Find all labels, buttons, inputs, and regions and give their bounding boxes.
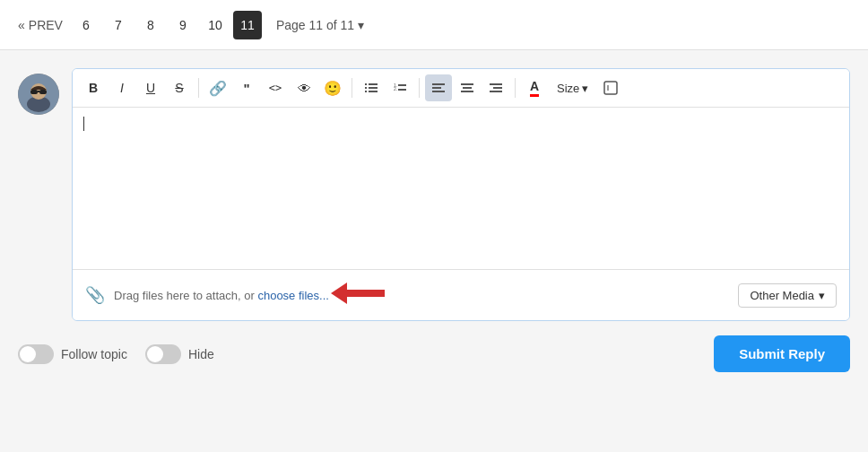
- prev-label: PREV: [29, 18, 63, 32]
- page-11[interactable]: 11: [233, 11, 262, 39]
- svg-rect-15: [398, 89, 406, 91]
- other-media-chevron: ▾: [819, 289, 825, 302]
- toolbar: B I U S 🔗 " <> 👁 🙂 1.2.: [73, 69, 849, 108]
- unordered-list-button[interactable]: [358, 74, 385, 101]
- prev-button[interactable]: « PREV: [18, 18, 63, 32]
- toolbar-sep-4: [515, 78, 516, 98]
- emoji-button[interactable]: 🙂: [319, 74, 346, 101]
- toolbar-sep-2: [352, 78, 352, 98]
- other-media-label: Other Media: [750, 289, 814, 302]
- text-color-button[interactable]: A: [521, 74, 548, 101]
- size-chevron: ▾: [582, 82, 588, 95]
- svg-text:2.: 2.: [394, 86, 397, 91]
- svg-rect-20: [463, 87, 472, 89]
- attach-text: Drag files here to attach, or choose fil…: [114, 289, 329, 302]
- hide-group: Hide: [145, 344, 214, 364]
- pagination-bar: « PREV 6 7 8 9 10 11 Page 11 of 11 ▾: [0, 0, 868, 50]
- svg-rect-7: [369, 83, 378, 85]
- page-9[interactable]: 9: [169, 11, 197, 39]
- svg-rect-5: [38, 91, 39, 92]
- svg-rect-9: [369, 87, 378, 89]
- align-center-button[interactable]: [454, 74, 481, 101]
- page-info-text: Page 11 of 11: [276, 18, 354, 32]
- hide-label: Hide: [188, 347, 214, 361]
- format-source-button[interactable]: [597, 74, 624, 101]
- hide-toggle[interactable]: [145, 344, 181, 364]
- svg-rect-27: [347, 290, 385, 297]
- link-button[interactable]: 🔗: [204, 74, 231, 101]
- submit-reply-button[interactable]: Submit Reply: [714, 335, 850, 372]
- ordered-list-button[interactable]: 1.2.: [386, 74, 413, 101]
- drag-text: Drag files here to attach, or: [114, 289, 257, 302]
- toolbar-sep-3: [419, 78, 420, 98]
- follow-topic-toggle[interactable]: [18, 344, 54, 364]
- svg-rect-24: [490, 91, 502, 92]
- prev-chevron-icon: «: [18, 18, 25, 32]
- svg-rect-18: [432, 91, 445, 92]
- blockquote-button[interactable]: ": [233, 74, 260, 101]
- choose-files-link[interactable]: choose files...: [257, 289, 329, 302]
- page-info-chevron: ▾: [358, 18, 364, 32]
- align-left-button[interactable]: [425, 74, 452, 101]
- svg-rect-6: [365, 83, 367, 85]
- svg-rect-19: [461, 83, 473, 85]
- svg-rect-23: [493, 87, 502, 89]
- attach-area: 📎 Drag files here to attach, or choose f…: [73, 269, 849, 320]
- page-8[interactable]: 8: [136, 11, 165, 39]
- paperclip-icon: 📎: [85, 285, 105, 305]
- svg-rect-10: [365, 91, 367, 92]
- svg-marker-28: [331, 282, 347, 304]
- svg-rect-3: [30, 90, 38, 94]
- underline-button[interactable]: U: [137, 74, 164, 101]
- avatar: [18, 74, 59, 115]
- page-10[interactable]: 10: [201, 11, 230, 39]
- page-info-dropdown[interactable]: Page 11 of 11 ▾: [276, 18, 364, 32]
- other-media-button[interactable]: Other Media ▾: [738, 283, 837, 308]
- follow-topic-group: Follow topic: [18, 344, 127, 364]
- main-content: B I U S 🔗 " <> 👁 🙂 1.2.: [0, 50, 868, 321]
- svg-rect-25: [604, 82, 617, 94]
- size-dropdown-button[interactable]: Size ▾: [550, 74, 595, 101]
- bottom-bar: Follow topic Hide Submit Reply: [0, 321, 868, 387]
- page-6[interactable]: 6: [72, 11, 100, 39]
- editor-container: B I U S 🔗 " <> 👁 🙂 1.2.: [72, 68, 850, 321]
- svg-rect-13: [398, 84, 406, 86]
- page-7[interactable]: 7: [104, 11, 133, 39]
- bold-button[interactable]: B: [80, 74, 107, 101]
- strikethrough-button[interactable]: S: [166, 74, 193, 101]
- svg-rect-22: [490, 83, 502, 85]
- size-label: Size: [557, 82, 579, 95]
- svg-rect-4: [39, 90, 47, 94]
- toolbar-sep-1: [198, 78, 199, 98]
- spoiler-button[interactable]: 👁: [291, 74, 317, 101]
- svg-rect-17: [432, 87, 441, 89]
- follow-topic-label: Follow topic: [61, 347, 127, 361]
- align-right-button[interactable]: [482, 74, 509, 101]
- editor-body[interactable]: [73, 108, 849, 269]
- italic-button[interactable]: I: [108, 74, 135, 101]
- editor-cursor: [83, 117, 84, 131]
- svg-rect-16: [432, 83, 445, 85]
- svg-rect-11: [369, 91, 378, 92]
- svg-rect-8: [365, 87, 367, 89]
- svg-rect-21: [461, 91, 473, 92]
- code-button[interactable]: <>: [262, 74, 289, 101]
- red-arrow-indicator: [329, 279, 401, 311]
